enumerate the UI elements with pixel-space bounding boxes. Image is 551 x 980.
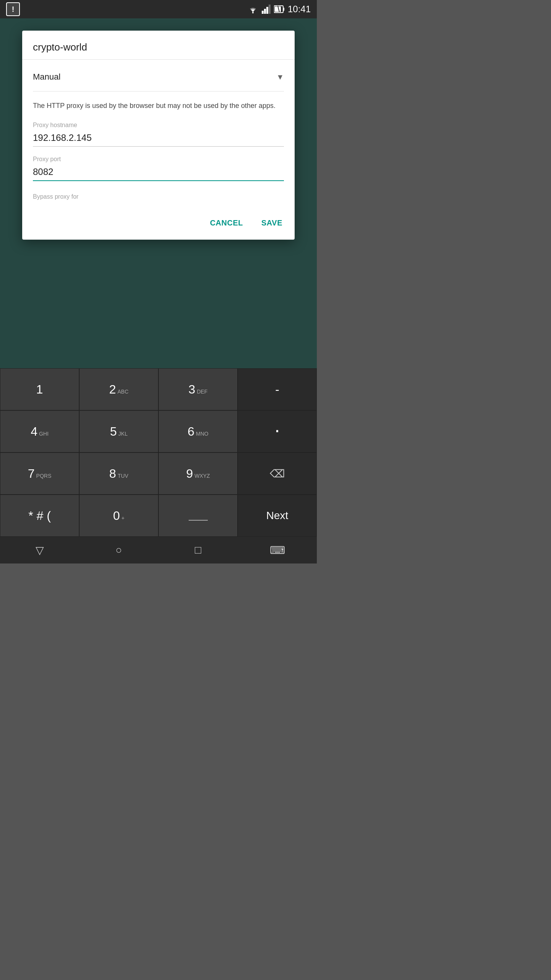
- key-0-3-1[interactable]: 0+: [79, 495, 158, 537]
- status-icons: 10:41: [247, 4, 311, 15]
- key-6-1-2[interactable]: 6MNO: [158, 410, 238, 452]
- signal-icon: [262, 5, 271, 14]
- recents-button[interactable]: □: [187, 539, 210, 562]
- home-button[interactable]: ○: [108, 539, 130, 562]
- port-input[interactable]: 8082: [33, 165, 284, 181]
- hostname-input[interactable]: 192.168.2.145: [33, 131, 284, 147]
- svg-rect-6: [283, 8, 284, 11]
- numeric-keyboard: 12ABC3DEF-4GHI5JKL6MNO·7PQRS8TUV9WXYZ⌫* …: [0, 368, 317, 537]
- key-x-2-3[interactable]: ⌫: [238, 452, 317, 495]
- save-button[interactable]: SAVE: [260, 216, 284, 230]
- keyboard-row-1: 4GHI5JKL6MNO·: [0, 410, 317, 452]
- hostname-field-group: Proxy hostname 192.168.2.145: [33, 122, 284, 147]
- status-bar: ! 10:41: [0, 0, 317, 18]
- dialog-actions: CANCEL SAVE: [22, 209, 295, 240]
- key-9-2-2[interactable]: 9WXYZ: [158, 452, 238, 495]
- dialog-title: crypto-world: [22, 31, 295, 60]
- key-2-0-1[interactable]: 2ABC: [79, 368, 158, 410]
- status-time: 10:41: [288, 4, 311, 15]
- key-5-1-1[interactable]: 5JKL: [79, 410, 158, 452]
- key-x-x-x-3-0[interactable]: * # (: [0, 495, 79, 537]
- keyboard-row-2: 7PQRS8TUV9WXYZ⌫: [0, 452, 317, 495]
- key-x-1-3[interactable]: ·: [238, 410, 317, 452]
- port-label: Proxy port: [33, 156, 284, 163]
- bypass-label: Bypass proxy for: [33, 190, 284, 200]
- keyboard-button[interactable]: ⌨: [266, 539, 289, 562]
- keyboard-row-3: * # (0+ Next: [0, 495, 317, 537]
- key-8-2-1[interactable]: 8TUV: [79, 452, 158, 495]
- key-1-0-0[interactable]: 1: [0, 368, 79, 410]
- svg-rect-1: [262, 11, 264, 14]
- proxy-type-dropdown[interactable]: Manual ▼: [33, 69, 284, 91]
- key-4-1-0[interactable]: 4GHI: [0, 410, 79, 452]
- key-Next-3-3[interactable]: Next: [238, 495, 317, 537]
- keyboard-row-0: 12ABC3DEF-: [0, 368, 317, 410]
- key---0-3[interactable]: -: [238, 368, 317, 410]
- svg-rect-4: [269, 5, 271, 14]
- hostname-label: Proxy hostname: [33, 122, 284, 129]
- back-button[interactable]: ▽: [28, 539, 51, 562]
- svg-rect-3: [266, 7, 268, 14]
- dropdown-arrow-icon: ▼: [276, 73, 284, 82]
- port-field-group: Proxy port 8082: [33, 156, 284, 181]
- proxy-dialog: crypto-world Manual ▼ The HTTP proxy is …: [22, 31, 295, 240]
- wifi-icon: [247, 5, 259, 13]
- proxy-type-label: Manual: [33, 72, 60, 82]
- key-x-3-2[interactable]: [158, 495, 238, 537]
- notification-icon: !: [6, 2, 20, 16]
- battery-icon: [274, 5, 285, 13]
- key-7-2-0[interactable]: 7PQRS: [0, 452, 79, 495]
- nav-bar: ▽ ○ □ ⌨: [0, 537, 317, 564]
- cancel-button[interactable]: CANCEL: [209, 216, 245, 230]
- svg-point-0: [252, 12, 254, 13]
- key-3-0-2[interactable]: 3DEF: [158, 368, 238, 410]
- svg-rect-2: [264, 9, 266, 14]
- dialog-body: Manual ▼ The HTTP proxy is used by the b…: [22, 60, 295, 209]
- proxy-info-text: The HTTP proxy is used by the browser bu…: [33, 101, 284, 111]
